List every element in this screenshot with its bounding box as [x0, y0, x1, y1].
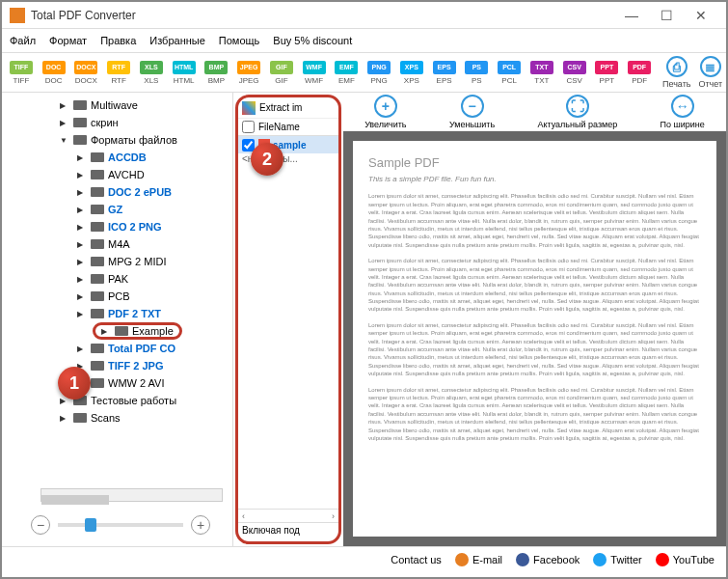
- doc-subtitle: This is a simple PDF file. Fun fun fun.: [368, 174, 701, 184]
- format-bmp[interactable]: BMPBMP: [202, 61, 232, 85]
- twitter-icon: [593, 553, 607, 566]
- format-emf[interactable]: EMFEMF: [332, 61, 363, 85]
- format-gif[interactable]: GIFGIF: [266, 61, 297, 85]
- format-jpeg[interactable]: JPEGJPEG: [233, 61, 264, 85]
- format-html[interactable]: HTMLHTML: [169, 61, 200, 85]
- tree-item[interactable]: ▶ICO 2 PNG: [60, 218, 232, 235]
- twitter-link[interactable]: Twitter: [593, 553, 641, 566]
- doc-body-2: Lorem ipsum dolor sit amet, consectetur …: [368, 257, 701, 314]
- format-docx[interactable]: DOCXDOCX: [71, 61, 102, 85]
- report-button[interactable]: ≣Отчет: [698, 56, 722, 89]
- format-ppt[interactable]: PPTPPT: [592, 61, 623, 85]
- zoom-out-button[interactable]: −: [31, 515, 50, 535]
- menu-edit[interactable]: Правка: [100, 35, 136, 46]
- tree-item[interactable]: ▶Total PDF CO: [60, 340, 232, 357]
- facebook-icon: [516, 553, 529, 566]
- email-link[interactable]: E-mail: [455, 553, 502, 566]
- menu-help[interactable]: Помощь: [219, 35, 260, 46]
- extract-icon: [242, 101, 256, 115]
- email-icon: [455, 553, 469, 566]
- tree-item[interactable]: ▶AVCHD: [60, 166, 232, 183]
- youtube-icon: [656, 553, 669, 566]
- preview-fit-width[interactable]: ↔По ширине: [661, 95, 705, 129]
- zoom-slider[interactable]: [58, 523, 183, 527]
- youtube-link[interactable]: YouTube: [656, 553, 715, 566]
- format-pcl[interactable]: PCLPCL: [494, 61, 525, 85]
- close-button[interactable]: ✕: [684, 4, 718, 27]
- preview-actual-size[interactable]: ⛶Актуальный размер: [537, 95, 617, 129]
- sidebar-scrollbar[interactable]: [40, 488, 223, 502]
- facebook-link[interactable]: Facebook: [516, 553, 580, 566]
- annotation-1: 1: [58, 367, 91, 400]
- extract-label: Extract im: [259, 102, 302, 113]
- tree-item[interactable]: ▶ACCDB: [60, 149, 232, 166]
- print-button[interactable]: ⎙Печать: [662, 56, 690, 89]
- window-title: Total PDF Converter: [31, 9, 614, 22]
- maximize-button[interactable]: ☐: [649, 4, 684, 27]
- format-wmf[interactable]: WMFWMF: [299, 61, 330, 85]
- tree-item[interactable]: ▶PDF 2 TXT: [60, 305, 232, 322]
- contact-label: Contact us: [391, 554, 442, 565]
- tree-item[interactable]: ▶PCB: [60, 288, 232, 305]
- doc-title: Sample PDF: [368, 154, 701, 172]
- extract-images-button[interactable]: Extract im: [238, 97, 338, 119]
- minimize-button[interactable]: —: [614, 4, 649, 27]
- doc-body-3: Lorem ipsum dolor sit amet, consectetur …: [368, 321, 701, 378]
- pdf-preview[interactable]: Sample PDF This is a simple PDF file. Fu…: [343, 131, 726, 546]
- format-eps[interactable]: EPSEPS: [429, 61, 460, 85]
- tree-item[interactable]: ▶Multiwave: [60, 96, 232, 114]
- tree-item[interactable]: ▶DOC 2 ePUB: [60, 183, 232, 201]
- tree-item[interactable]: ▶Example: [60, 322, 232, 340]
- filelist-footer: Включая под: [238, 522, 338, 541]
- tree-item[interactable]: ▶MPG 2 MIDI: [60, 253, 232, 270]
- format-pdf[interactable]: PDFPDF: [624, 61, 655, 85]
- format-csv[interactable]: CSVCSV: [559, 61, 590, 85]
- tree-item[interactable]: ▶скрин: [60, 114, 232, 131]
- format-tiff[interactable]: TIFFTIFF: [6, 61, 37, 85]
- tree-item[interactable]: ▶M4A: [60, 235, 232, 253]
- preview-zoom-out[interactable]: −Уменьшить: [449, 95, 495, 129]
- format-txt[interactable]: TXTTXT: [526, 61, 557, 85]
- zoom-in-button[interactable]: +: [191, 515, 210, 535]
- format-xls[interactable]: XLSXLS: [136, 61, 167, 85]
- menu-format[interactable]: Формат: [49, 35, 87, 46]
- app-icon: [10, 8, 25, 23]
- format-doc[interactable]: DOCDOC: [39, 61, 69, 85]
- filelist-header[interactable]: FileName: [238, 119, 338, 136]
- format-rtf[interactable]: RTFRTF: [103, 61, 134, 85]
- tree-item[interactable]: ▶Scans: [60, 409, 232, 427]
- format-png[interactable]: PNGPNG: [364, 61, 394, 85]
- preview-zoom-in[interactable]: +Увеличить: [364, 95, 406, 129]
- doc-body-1: Lorem ipsum dolor sit amet, consectetur …: [368, 192, 701, 249]
- tree-item[interactable]: ▶PAK: [60, 270, 232, 288]
- tree-item[interactable]: ▼Форматы файлов: [60, 131, 232, 149]
- menu-file[interactable]: Файл: [10, 35, 36, 46]
- menu-favorites[interactable]: Избранные: [149, 35, 205, 46]
- format-ps[interactable]: PSPS: [462, 61, 493, 85]
- filelist-scrollbar[interactable]: ‹›: [238, 509, 338, 522]
- select-all-checkbox[interactable]: [242, 121, 255, 133]
- annotation-2: 2: [251, 143, 283, 176]
- doc-body-4: Lorem ipsum dolor sit amet, consectetur …: [368, 386, 701, 443]
- menu-discount[interactable]: Buy 5% discount: [273, 35, 352, 46]
- tree-item[interactable]: ▶GZ: [60, 201, 232, 218]
- format-xps[interactable]: XPSXPS: [396, 61, 427, 85]
